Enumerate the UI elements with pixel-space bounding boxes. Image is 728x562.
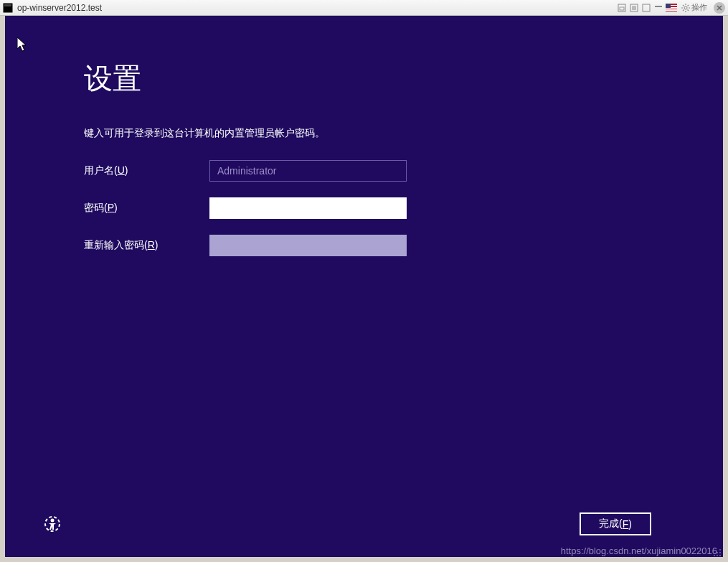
username-label: 用户名(U)	[84, 164, 209, 177]
page-title: 设置	[84, 59, 723, 98]
username-row: 用户名(U)	[84, 160, 723, 182]
password-input[interactable]	[209, 197, 407, 219]
svg-point-24	[719, 552, 721, 553]
password-row: 密码(P)	[84, 197, 723, 219]
app-icon	[3, 3, 13, 13]
action-label: 操作	[691, 2, 707, 13]
finish-button[interactable]: 完成(F)	[580, 512, 651, 535]
svg-rect-3	[620, 7, 624, 10]
svg-line-18	[688, 5, 689, 6]
window-titlebar: op-winserver2012.test 操作	[0, 0, 728, 16]
bottom-bar: 完成(F)	[5, 512, 723, 535]
close-button[interactable]	[714, 2, 725, 14]
watermark: https://blog.csdn.net/xujiamin0022016	[561, 545, 717, 556]
username-input	[209, 160, 407, 182]
confirm-password-input[interactable]	[209, 235, 407, 256]
svg-rect-1	[4, 4, 11, 6]
password-label: 密码(P)	[84, 202, 209, 215]
svg-rect-2	[618, 4, 625, 11]
svg-line-15	[683, 5, 684, 6]
svg-point-23	[719, 549, 721, 551]
svg-rect-9	[655, 6, 662, 7]
svg-rect-8	[643, 4, 650, 11]
titlebar-controls: 操作	[617, 2, 725, 14]
action-menu[interactable]: 操作	[679, 2, 709, 13]
svg-point-26	[719, 555, 721, 556]
accessibility-icon[interactable]	[41, 512, 64, 535]
page-subtitle: 键入可用于登录到这台计算机的内置管理员帐户密码。	[84, 127, 723, 140]
svg-point-22	[51, 519, 55, 523]
window-control-icon[interactable]	[641, 3, 651, 13]
window-control-icon[interactable]	[629, 3, 639, 13]
setup-screen: 设置 键入可用于登录到这台计算机的内置管理员帐户密码。 用户名(U) 密码(P)…	[5, 16, 723, 557]
confirm-password-label: 重新输入密码(R)	[84, 239, 209, 252]
svg-line-16	[688, 9, 689, 11]
window-control-icon[interactable]	[617, 3, 627, 13]
svg-point-10	[684, 6, 687, 9]
confirm-password-row: 重新输入密码(R)	[84, 235, 723, 256]
flag-icon[interactable]	[666, 4, 677, 11]
window-control-icon[interactable]	[653, 3, 663, 13]
window-title: op-winserver2012.test	[17, 3, 617, 13]
svg-line-17	[683, 9, 684, 11]
